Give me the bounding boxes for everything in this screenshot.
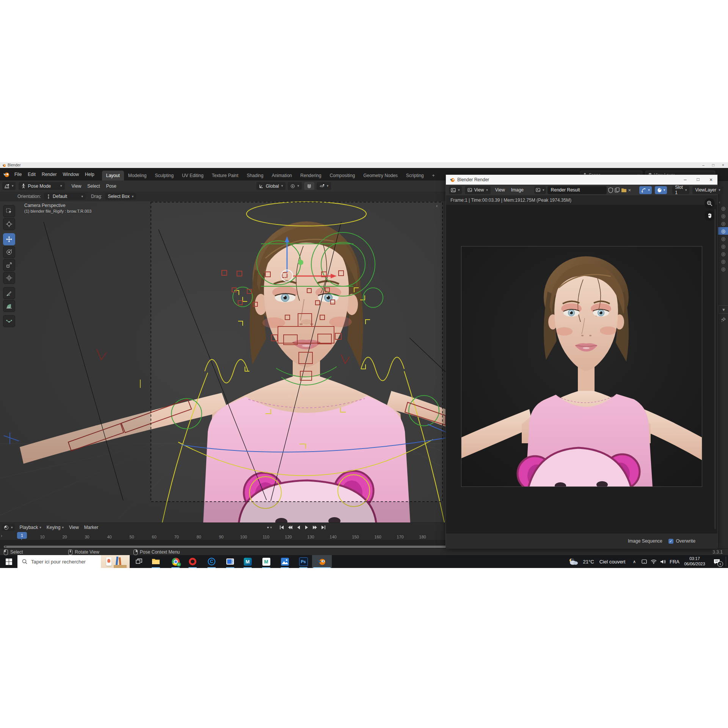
props-chevron-icon[interactable]: ▾ — [718, 305, 728, 314]
props-tab-modifiers[interactable]: ◎ — [718, 257, 728, 265]
render-window-titlebar[interactable]: Blender Render – □ × — [446, 175, 717, 185]
taskbar-photoshop[interactable]: Ps — [295, 555, 311, 568]
new-image-copy-icon[interactable] — [615, 187, 620, 193]
fake-user-shield-icon[interactable] — [608, 187, 613, 193]
play-reverse-button[interactable] — [295, 524, 302, 531]
render-scrollbar[interactable] — [714, 209, 716, 529]
proportional-editing-dropdown[interactable]: ▾ — [317, 182, 331, 190]
sidebar-toggle-icon[interactable]: ‹ — [436, 203, 438, 209]
menu-help[interactable]: Help — [82, 168, 97, 180]
search-input[interactable] — [30, 559, 101, 565]
transform-tool[interactable] — [3, 272, 15, 284]
minimize-icon[interactable]: – — [698, 163, 708, 167]
tab-scripting[interactable]: Scripting — [402, 171, 428, 180]
render-view-layer-dropdown[interactable]: ViewLayer ▾ — [692, 186, 723, 194]
render-menu-image[interactable]: Image — [510, 187, 525, 193]
snapping-toggle[interactable] — [304, 182, 314, 190]
next-keyframe-button[interactable] — [311, 524, 319, 531]
taskbar-file-explorer[interactable] — [148, 555, 164, 568]
image-name-field[interactable]: Render Result — [548, 186, 607, 194]
image-editor-type-button[interactable]: ▾ — [449, 186, 462, 194]
zoom-button[interactable] — [704, 198, 715, 209]
display-mode-dropdown[interactable]: View ▾ — [465, 186, 491, 194]
props-tab-world[interactable]: ◎ — [718, 242, 728, 250]
weather-temperature[interactable]: 21°C — [581, 555, 596, 568]
weather-icon[interactable] — [566, 555, 580, 568]
orientation-default-dropdown[interactable]: Default ▾ — [44, 193, 86, 200]
menu-render[interactable]: Render — [39, 168, 60, 180]
minimize-icon[interactable]: – — [679, 177, 692, 183]
blender-app-menu-icon[interactable] — [3, 171, 10, 178]
taskbar-blender-active[interactable] — [312, 555, 332, 568]
mode-selector[interactable]: Pose Mode ▾ — [19, 182, 65, 190]
tab-layout[interactable]: Layout — [102, 171, 124, 180]
auto-keying-button[interactable]: ● ▾ — [265, 524, 273, 531]
play-button[interactable] — [303, 524, 311, 531]
tab-shading[interactable]: Shading — [243, 171, 268, 180]
current-frame-badge[interactable]: 1 — [17, 532, 27, 539]
pivot-point-dropdown[interactable]: ▾ — [288, 182, 302, 190]
language-indicator[interactable]: FRA — [668, 555, 681, 568]
jump-to-end-button[interactable] — [320, 524, 327, 531]
viewport-menu-view[interactable]: View — [69, 180, 85, 191]
unlink-icon[interactable]: × — [628, 187, 631, 193]
tab-modeling[interactable]: Modeling — [124, 171, 151, 180]
jump-to-start-button[interactable] — [278, 524, 286, 531]
weather-description[interactable]: Ciel couvert — [596, 555, 628, 568]
props-tab-render[interactable]: ◎ — [718, 212, 728, 220]
tab-rendering[interactable]: Rendering — [296, 171, 325, 180]
annotate-tool[interactable] — [3, 287, 15, 299]
pan-hand-button[interactable] — [704, 210, 715, 221]
tray-volume-icon[interactable] — [658, 555, 667, 568]
timeline-editor-type-button[interactable]: ▾ — [2, 524, 15, 531]
render-menu-view[interactable]: View — [494, 187, 507, 193]
drag-select-box-dropdown[interactable]: Select Box ▾ — [105, 193, 136, 200]
menu-window[interactable]: Window — [60, 168, 82, 180]
taskbar-circle-c-app[interactable]: C — [204, 555, 220, 568]
show-desktop-divider[interactable] — [726, 557, 726, 566]
tab-animation[interactable]: Animation — [268, 171, 296, 180]
tab-geometry-nodes[interactable]: Geometry Nodes — [359, 171, 402, 180]
tab-sculpting[interactable]: Sculpting — [151, 171, 178, 180]
start-button[interactable] — [0, 555, 17, 568]
taskbar-video-app[interactable] — [222, 555, 238, 568]
overwrite-checkbox[interactable]: ✓ — [668, 539, 673, 544]
close-icon[interactable]: × — [704, 177, 717, 183]
scale-tool[interactable] — [3, 259, 15, 271]
menu-edit[interactable]: Edit — [25, 168, 39, 180]
render-window[interactable]: Blender Render – □ × ▾ View ▾ View Image — [446, 174, 718, 548]
task-view-button[interactable] — [132, 555, 145, 568]
props-tab-data[interactable]: ◎ — [718, 265, 728, 273]
timeline-menu-playback[interactable]: Playback▾ — [17, 525, 44, 530]
tab-uv-editing[interactable]: UV Editing — [178, 171, 208, 180]
select-box-tool[interactable] — [3, 205, 15, 217]
tray-wifi-icon[interactable] — [650, 555, 658, 568]
clock[interactable]: 03:17 06/06/2023 — [681, 555, 708, 568]
gizmos-toggle[interactable]: ▾ — [639, 186, 652, 194]
image-browse-dropdown[interactable]: ▾ — [534, 186, 546, 194]
props-tab-view-layer[interactable]: ◎ — [718, 227, 728, 235]
tray-tablet-icon[interactable] — [640, 555, 648, 568]
viewport-menu-select[interactable]: Select — [84, 180, 103, 191]
render-result-image[interactable] — [461, 246, 702, 487]
open-folder-icon[interactable] — [621, 188, 627, 193]
viewport-menu-pose[interactable]: Pose — [103, 180, 119, 191]
pin-icon[interactable] — [718, 316, 728, 323]
props-collapse-icon[interactable]: ‹ — [719, 200, 720, 204]
taskbar-search[interactable] — [17, 555, 130, 568]
taskbar-chrome[interactable]: h — [168, 555, 184, 568]
taskbar-medibang[interactable]: M — [258, 555, 274, 568]
timeline-menu-marker[interactable]: Marker — [82, 525, 101, 530]
add-workspace-button[interactable]: + — [428, 171, 439, 180]
tab-compositing[interactable]: Compositing — [325, 171, 359, 180]
timeline-menu-keying[interactable]: Keying▾ — [44, 525, 66, 530]
props-tab-object[interactable]: ◎ — [718, 250, 728, 257]
curve-pen-tool[interactable] — [3, 315, 15, 327]
cursor-tool[interactable] — [3, 218, 15, 230]
timeline-menu-view[interactable]: View — [66, 525, 82, 530]
close-icon[interactable]: × — [718, 163, 728, 167]
move-tool[interactable] — [3, 233, 15, 245]
taskbar-photos[interactable] — [277, 555, 293, 568]
maximize-icon[interactable]: □ — [708, 163, 718, 167]
rotate-tool[interactable] — [3, 246, 15, 258]
